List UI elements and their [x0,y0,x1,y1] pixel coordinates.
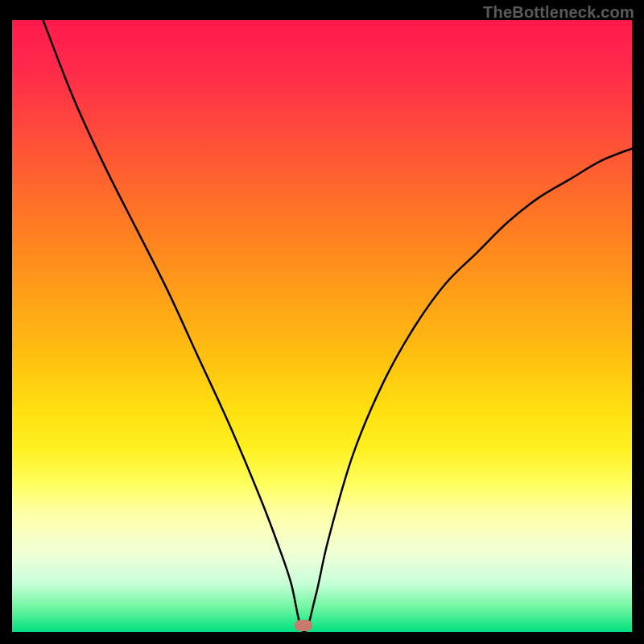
bottleneck-curve [12,20,632,632]
plot-area [12,20,632,632]
watermark-text: TheBottleneck.com [483,3,634,22]
optimal-point-marker [295,620,312,631]
chart-frame: TheBottleneck.com [0,0,644,644]
